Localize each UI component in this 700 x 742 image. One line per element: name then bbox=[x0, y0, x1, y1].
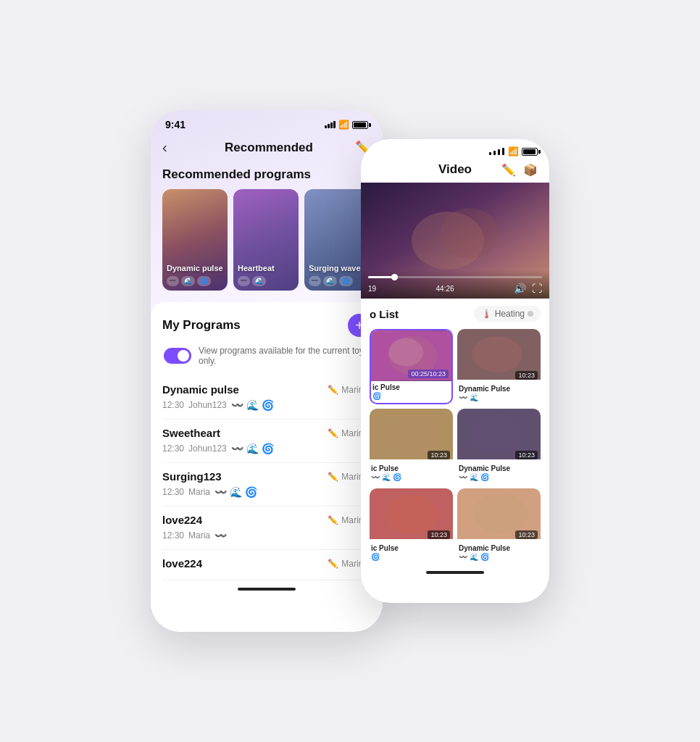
program-meta-4: 12:30 Maria 〰️ bbox=[162, 530, 227, 541]
program-item-3: Surging123 ✏️ Mariner 12:30 Maria 〰️ 🌊 🌀… bbox=[162, 463, 371, 507]
video-buttons: 🔊 ⛶ bbox=[514, 283, 542, 294]
program-card-3[interactable]: Surging wave 〰 🌊 🌀 bbox=[304, 189, 370, 291]
signal-bar-icon bbox=[325, 121, 336, 128]
program-name-4: love224 bbox=[162, 514, 202, 526]
edit-pencil-icon-2[interactable]: ✏️ bbox=[328, 428, 338, 438]
video-thumb-5[interactable]: 10:23 ic Pulse 🌀 bbox=[370, 488, 453, 564]
program-meta-2: 12:30 Johun123 〰️ 🌊 🌀 bbox=[162, 443, 274, 454]
toggle-label: View programs available for the current … bbox=[199, 346, 370, 366]
card-label-1: Dynamic pulse bbox=[167, 264, 223, 273]
program-name-2: Sweetheart bbox=[162, 427, 220, 439]
scene: 9:41 📶 ‹ Recommended bbox=[0, 0, 700, 742]
video-grid: 00:25/10:23 ic Pulse 🌀 10:23 Dynamic Pul bbox=[370, 329, 541, 564]
edit-pencil-icon-5[interactable]: ✏️ bbox=[328, 559, 338, 569]
program-item-5: love224 ✏️ Mariner bbox=[162, 550, 371, 580]
thumb-label-3: ic Pulse bbox=[370, 462, 453, 472]
edit-icon-right[interactable]: ✏️ bbox=[501, 163, 516, 177]
right-phone: 📶 Video ✏️ 📦 bbox=[361, 139, 549, 603]
program-card-2[interactable]: Heartbeat 〰 🌊 bbox=[233, 189, 299, 291]
right-header-icons: ✏️ 📦 bbox=[501, 163, 538, 177]
svg-point-2 bbox=[441, 208, 499, 259]
video-page-title: Video bbox=[438, 162, 472, 177]
heating-badge: 🌡️ Heating bbox=[474, 306, 541, 322]
video-thumb-2[interactable]: 10:23 Dynamic Pulse 〰️ 🌊 bbox=[457, 329, 541, 404]
heating-label: Heating bbox=[495, 309, 525, 319]
svg-point-11 bbox=[470, 415, 525, 453]
time-display: 9:41 bbox=[165, 119, 186, 130]
video-time-left: 19 bbox=[368, 285, 376, 293]
thumb-label-4: Dynamic Pulse bbox=[457, 462, 541, 472]
video-thumb-4[interactable]: 10:23 Dynamic Pulse 〰️ 🌊 🌀 bbox=[457, 409, 541, 484]
thumb-icons-5: 🌀 bbox=[370, 552, 453, 564]
thumb-duration-1: 00:25/10:23 bbox=[408, 370, 449, 378]
thumb-icons-3: 〰️ 🌊 🌀 bbox=[370, 472, 453, 484]
my-programs-section: My Programs + View programs available fo… bbox=[151, 302, 383, 609]
svg-point-7 bbox=[472, 336, 522, 372]
card-icons-1: 〰 🌊 🌀 bbox=[167, 276, 211, 286]
svg-point-15 bbox=[473, 493, 528, 534]
list-header: o List 🌡️ Heating bbox=[370, 306, 541, 322]
bottom-indicator-right bbox=[370, 564, 541, 581]
status-bar-right: 📶 bbox=[361, 139, 549, 159]
thumb-duration-4: 10:23 bbox=[515, 451, 538, 459]
program-card-1[interactable]: Dynamic pulse 〰 🌊 🌀 bbox=[162, 189, 228, 291]
svg-point-5 bbox=[388, 338, 423, 367]
video-thumb-6[interactable]: 10:23 Dynamic Pulse 〰️ 🌊 🌀 bbox=[457, 488, 541, 564]
program-item-1: Dynamic pulse ✏️ Mariner 12:30 Johun123 … bbox=[162, 376, 371, 420]
program-item-4: love224 ✏️ Mariner 12:30 Maria 〰️ 🗑 bbox=[162, 507, 371, 550]
back-button[interactable]: ‹ bbox=[162, 139, 183, 156]
thumb-icons-4: 〰️ 🌊 🌀 bbox=[457, 472, 541, 484]
bottom-indicator-left bbox=[162, 580, 371, 598]
program-meta-1: 12:30 Johun123 〰️ 🌊 🌀 bbox=[162, 399, 274, 411]
progress-fill bbox=[368, 276, 394, 278]
battery-icon bbox=[352, 121, 368, 129]
toggle-row: View programs available for the current … bbox=[162, 346, 371, 366]
card-icons-3: 〰 🌊 🌀 bbox=[309, 276, 353, 286]
thermometer-icon: 🌡️ bbox=[481, 309, 492, 319]
left-phone: 9:41 📶 ‹ Recommended bbox=[151, 110, 383, 632]
fullscreen-button[interactable]: ⛶ bbox=[532, 283, 542, 294]
thumb-label-1: ic Pulse bbox=[371, 381, 451, 391]
toggle-switch[interactable] bbox=[164, 348, 191, 364]
program-name-5: love224 bbox=[162, 557, 202, 570]
program-meta-3: 12:30 Maria 〰️ 🌊 🌀 bbox=[162, 486, 257, 498]
wifi-icon-right: 📶 bbox=[508, 146, 519, 157]
volume-button[interactable]: 🔊 bbox=[514, 283, 526, 294]
progress-dot bbox=[391, 274, 398, 280]
edit-pencil-icon-4[interactable]: ✏️ bbox=[328, 515, 338, 525]
my-programs-title: My Programs bbox=[162, 318, 241, 333]
battery-icon-right bbox=[522, 148, 538, 156]
recommended-section-title: Recommended programs bbox=[151, 162, 383, 189]
video-thumb-1[interactable]: 00:25/10:23 ic Pulse 🌀 bbox=[370, 329, 453, 404]
page-title-left: Recommended bbox=[225, 141, 313, 155]
thumb-label-6: Dynamic Pulse bbox=[457, 542, 541, 552]
inbox-icon-right[interactable]: 📦 bbox=[523, 163, 538, 177]
right-header: Video ✏️ 📦 bbox=[361, 159, 549, 183]
video-player[interactable]: 19 44:26 🔊 ⛶ bbox=[361, 183, 549, 299]
thumb-duration-6: 10:23 bbox=[515, 530, 538, 539]
status-bar-left: 9:41 📶 bbox=[151, 110, 383, 133]
list-section: o List 🌡️ Heating 00:25 bbox=[361, 299, 549, 585]
edit-pencil-icon-3[interactable]: ✏️ bbox=[328, 472, 338, 482]
edit-pencil-icon-1[interactable]: ✏️ bbox=[328, 385, 338, 395]
svg-point-13 bbox=[386, 495, 438, 534]
recommended-cards-row: Dynamic pulse 〰 🌊 🌀 Heartbeat 〰 🌊 bbox=[151, 189, 383, 302]
thumb-duration-3: 10:23 bbox=[428, 451, 450, 459]
thumb-label-5: ic Pulse bbox=[370, 542, 453, 552]
heating-toggle-dot[interactable] bbox=[528, 311, 533, 317]
list-title: o List bbox=[370, 308, 399, 320]
video-bottom-row: 19 44:26 🔊 ⛶ bbox=[368, 283, 542, 294]
wifi-icon: 📶 bbox=[338, 120, 349, 130]
signal-icons: 📶 bbox=[325, 120, 368, 130]
my-programs-header: My Programs + bbox=[162, 314, 371, 337]
thumb-icons-2: 〰️ 🌊 bbox=[457, 393, 541, 404]
progress-bar[interactable] bbox=[368, 276, 542, 278]
video-controls: 19 44:26 🔊 ⛶ bbox=[361, 270, 549, 299]
thumb-icons-1: 🌀 bbox=[371, 391, 451, 403]
card-label-2: Heartbeat bbox=[238, 264, 294, 273]
phone-header-left: ‹ Recommended ✏️ bbox=[151, 133, 383, 162]
card-label-3: Surging wave bbox=[309, 264, 365, 273]
video-time-right: 44:26 bbox=[436, 285, 454, 293]
video-thumb-3[interactable]: 10:23 ic Pulse 〰️ 🌊 🌀 bbox=[370, 409, 453, 484]
thumb-duration-2: 10:23 bbox=[515, 371, 538, 380]
